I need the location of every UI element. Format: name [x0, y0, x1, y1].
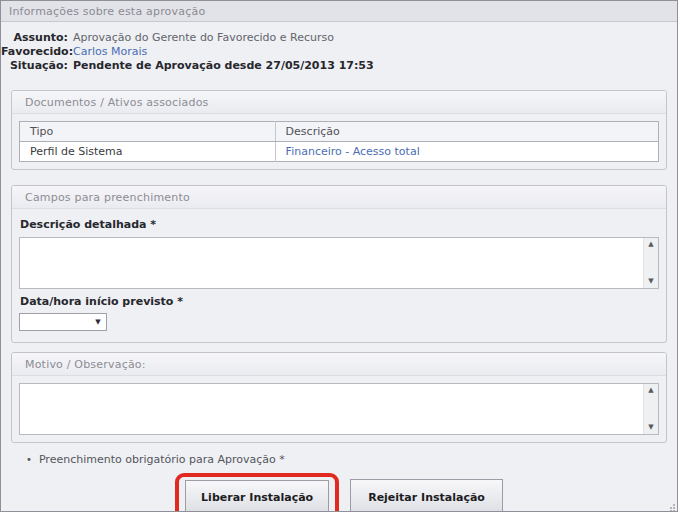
scroll-down-icon[interactable]: ▼	[648, 278, 653, 285]
info-row-situacao: Situação: Pendente de Aprovação desde 27…	[1, 59, 677, 73]
table-header-row: Tipo Descrição	[20, 122, 659, 142]
situacao-value: Pendente de Aprovação desde 27/05/2013 1…	[73, 59, 374, 73]
bullet-icon: •	[26, 453, 32, 466]
reason-textarea-frame: ▲ ▼	[19, 383, 659, 435]
rejeitar-instalacao-button[interactable]: Rejeitar Instalação	[350, 479, 503, 512]
reason-scrollbar[interactable]: ▲ ▼	[643, 384, 658, 434]
description-scrollbar[interactable]: ▲ ▼	[643, 238, 658, 288]
reason-textarea[interactable]	[20, 384, 643, 434]
red-highlight-annotation: Liberar Instalação	[175, 473, 339, 512]
approval-window: Informações sobre esta aprovação Assunto…	[0, 0, 678, 512]
descricao-link[interactable]: Financeiro - Acesso total	[286, 145, 420, 158]
column-header-tipo: Tipo	[20, 122, 276, 142]
column-header-descricao: Descrição	[275, 122, 658, 142]
info-row-assunto: Assunto: Aprovação do Gerente do Favorec…	[1, 31, 677, 45]
scroll-up-icon[interactable]: ▲	[648, 387, 653, 394]
favorecido-label: Favorecido:	[1, 45, 68, 59]
info-row-favorecido: Favorecido: Carlos Morais	[1, 45, 677, 59]
required-note-text: Preenchimento obrigatório para Aprovação…	[39, 453, 285, 466]
description-textarea[interactable]	[20, 238, 643, 288]
chevron-down-icon[interactable]: ▼	[90, 314, 106, 330]
datetime-label: Data/hora início previsto *	[20, 295, 658, 309]
scroll-up-icon[interactable]: ▲	[648, 241, 653, 248]
reason-panel-body: ▲ ▼	[12, 376, 666, 442]
scroll-down-icon[interactable]: ▼	[648, 424, 653, 431]
cell-tipo: Perfil de Sistema	[20, 142, 276, 162]
fill-fields-panel-body: Descrição detalhada * ▲ ▼ Data/hora iníc…	[12, 209, 666, 342]
window-title: Informações sobre esta aprovação	[9, 5, 205, 18]
description-textarea-frame: ▲ ▼	[19, 237, 659, 289]
reason-panel: Motivo / Observação: ▲ ▼	[11, 352, 667, 443]
assunto-label: Assunto:	[1, 31, 68, 45]
documents-panel: Documentos / Ativos associados Tipo Desc…	[11, 90, 667, 170]
favorecido-link[interactable]: Carlos Morais	[73, 45, 147, 59]
resize-grip[interactable]	[667, 501, 675, 509]
liberar-instalacao-button[interactable]: Liberar Instalação	[185, 480, 329, 512]
datetime-select[interactable]: ▼	[19, 313, 107, 331]
associated-assets-table: Tipo Descrição Perfil de Sistema Finance…	[19, 121, 659, 162]
window-titlebar: Informações sobre esta aprovação	[1, 1, 677, 22]
approval-info: Assunto: Aprovação do Gerente do Favorec…	[1, 22, 677, 73]
fill-fields-panel-title: Campos para preenchimento	[12, 186, 666, 209]
fill-fields-panel: Campos para preenchimento Descrição deta…	[11, 185, 667, 343]
description-label: Descrição detalhada *	[20, 218, 658, 232]
action-buttons: Liberar Instalação Rejeitar Instalação	[1, 473, 677, 512]
documents-panel-body: Tipo Descrição Perfil de Sistema Finance…	[12, 114, 666, 169]
required-note: • Preenchimento obrigatório para Aprovaç…	[26, 453, 667, 466]
assunto-value: Aprovação do Gerente do Favorecido e Rec…	[73, 31, 334, 45]
reason-panel-title: Motivo / Observação:	[12, 353, 666, 376]
table-row: Perfil de Sistema Financeiro - Acesso to…	[20, 142, 659, 162]
documents-panel-title: Documentos / Ativos associados	[12, 91, 666, 114]
situacao-label: Situação:	[1, 59, 68, 73]
